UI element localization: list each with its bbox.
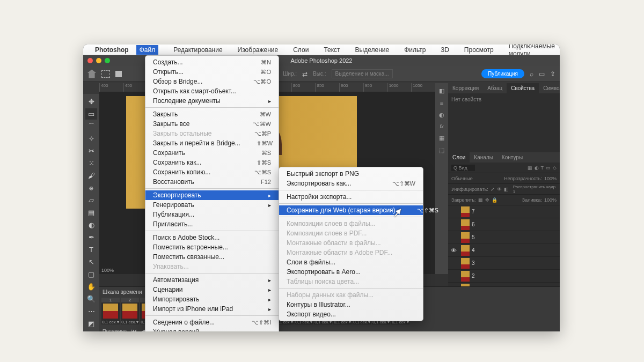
layer-row[interactable]: 5 [448,231,560,244]
filter-type-icon[interactable]: T [541,165,544,171]
filter-adjust-icon[interactable]: ◐ [535,165,539,171]
share-icon[interactable]: ⇪ [550,70,555,78]
menu-item[interactable]: Журнал версий [145,327,279,331]
close-window[interactable] [87,58,93,63]
eyedropper-tool[interactable]: ⁙ [85,158,97,169]
layer-row[interactable]: 3 [448,257,560,270]
menu-item[interactable]: Сведения о файле...⌥⇧⌘I [145,317,279,327]
move-tool[interactable]: ✥ [85,96,97,107]
type-tool[interactable]: T [85,244,97,255]
menu-item[interactable]: Открыть как смарт-объект... [145,86,279,96]
crop-tool[interactable]: ✂ [85,145,97,157]
frame-1[interactable]: 10,1 сек.▾ [101,298,120,324]
lasso-tool[interactable]: ⌒ [85,121,97,132]
menu-item[interactable]: Экспортировать в Aero... [279,267,423,277]
menu-item[interactable]: Создать...⌘N [145,57,279,67]
wand-tool[interactable]: ✧ [85,133,97,144]
fx-icon[interactable]: fx [440,124,443,129]
tab-Коррекция[interactable]: Коррекция [448,83,483,93]
menu-item[interactable]: Сохранить как...⇧⌘S [145,158,279,167]
menu-Фильтр[interactable]: Фильтр [404,46,426,54]
menu-item[interactable]: Слои в файлы... [279,257,423,267]
mac-menubar[interactable]: Photoshop ФайлРедактированиеИзображениеС… [83,45,560,55]
stamp-tool[interactable]: ⎈ [85,182,97,194]
publish-button[interactable]: Публикация [481,69,524,78]
frame-2[interactable]: 20,1 сек.▾ [121,298,139,324]
menu-item[interactable]: Импортировать [145,294,279,304]
lock-all-icon[interactable]: 🔒 [492,197,497,203]
menu-Изображение[interactable]: Изображение [238,46,279,54]
styles-icon[interactable]: ⬚ [439,147,444,154]
menu-item[interactable]: Поместить связанные... [145,252,279,262]
libraries-icon[interactable]: ▦ [439,135,444,142]
brush-tool[interactable]: 🖌 [85,170,97,181]
menu-item[interactable]: Открыть...⌘O [145,67,279,77]
tab-Свойства[interactable]: Свойства [507,83,539,93]
filter-smart-icon[interactable]: ◇ [553,165,557,171]
blend-mode[interactable]: Обычные [451,176,473,181]
menu-item[interactable]: Закрыть все⌥⌘W [145,119,279,129]
marquee-icon[interactable] [101,70,110,78]
hand-tool[interactable]: ✋ [85,281,97,292]
menu-item[interactable]: Контуры в Illustrator... [279,300,423,309]
menu-item[interactable]: ВосстановитьF12 [145,177,279,187]
first-frame-icon[interactable]: ⏮ [131,328,137,331]
menu-item[interactable]: Быстрый экспорт в PNG [279,169,423,179]
menu-item[interactable]: Последние документы [145,96,279,106]
propagate-frame[interactable]: Распространить кадр 1 [513,184,557,194]
layer-row[interactable]: 2 [448,270,560,283]
filter-image-icon[interactable]: ▦ [528,165,532,171]
swap-icon[interactable]: ⇄ [302,70,308,78]
kind-select[interactable]: Q Вид [451,165,475,171]
menu-item[interactable]: Автоматизация [145,275,279,285]
menu-item[interactable]: Экспорт видео... [279,309,423,319]
menu-Текст[interactable]: Текст [324,46,340,54]
menu-3D[interactable]: 3D [441,46,449,54]
search-icon[interactable]: ⌕ [530,70,533,78]
select-mask-button[interactable]: Выделение и маска... [332,69,393,78]
unify-vis-icon[interactable]: 👁 [497,187,502,192]
zoom-window[interactable] [105,58,110,63]
adjustments-icon[interactable]: ◐ [439,112,444,119]
menu-item[interactable]: Экспортировать [145,190,279,200]
eraser-tool[interactable]: ▱ [85,195,97,206]
lock-position-icon[interactable]: ✥ [485,197,489,203]
menu-item[interactable]: Публикация... [145,210,279,219]
menu-Слои[interactable]: Слои [293,46,309,54]
workspace-icon[interactable]: ▭ [539,70,545,78]
fill-icon[interactable] [115,71,122,77]
menu-item[interactable]: Настройки экспорта... [279,192,423,202]
lock-pixels-icon[interactable]: ▦ [478,197,483,203]
menu-item[interactable]: Пригласить... [145,219,279,229]
tab-Каналы[interactable]: Каналы [470,152,497,162]
menu-Редактирование[interactable]: Редактирование [173,46,222,54]
layer-row[interactable]: 👁 4 [448,244,560,257]
more-tools[interactable]: ⋯ [85,306,97,317]
layer-row[interactable]: 7 [448,205,560,218]
history-icon[interactable]: ≡ [440,100,443,106]
zoom-tool[interactable]: 🔍 [85,293,97,305]
tab-Абзац[interactable]: Абзац [483,83,507,93]
menu-item[interactable]: Закрыть⌘W [145,109,279,119]
home-icon[interactable] [87,70,96,78]
tab-Символ[interactable]: Символ [539,83,560,93]
menu-item[interactable]: Сценарии [145,285,279,294]
loop-select[interactable]: Постоянно [103,328,127,331]
layer-row[interactable]: 6 [448,218,560,231]
menu-item[interactable]: Поместить встроенные... [145,242,279,252]
menu-Файл[interactable]: Файл [136,45,159,55]
path-tool[interactable]: ↖ [85,256,97,268]
dodge-tool[interactable]: ◐ [85,219,97,231]
marquee-tool[interactable]: ▭ [85,108,97,120]
visibility-icon[interactable]: 👁 [448,247,459,254]
color-swatch[interactable]: ◩ [85,318,97,329]
menu-item[interactable]: Импорт из iPhone или iPad [145,304,279,314]
gradient-tool[interactable]: ▤ [85,207,97,218]
menu-item[interactable]: Генерировать [145,200,279,210]
unify-pos-icon[interactable]: ⤢ [491,187,495,192]
menu-Выделение[interactable]: Выделение [355,46,390,54]
menu-item[interactable]: Сохранить копию...⌥⌘S [145,167,279,177]
menu-Просмотр[interactable]: Просмотр [464,46,494,54]
menu-item[interactable]: Поиск в Adobe Stock... [145,233,279,242]
fill-value[interactable]: 100% [544,197,557,203]
